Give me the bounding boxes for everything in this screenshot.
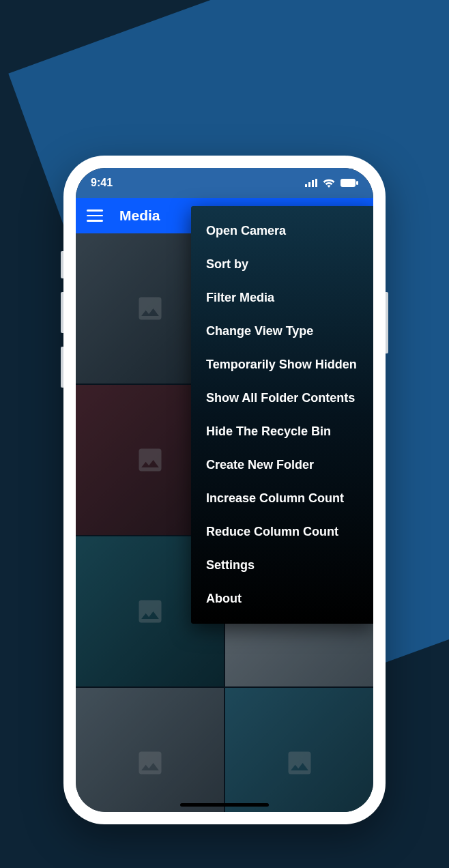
svg-rect-0 xyxy=(305,184,307,187)
home-indicator[interactable] xyxy=(180,803,269,807)
menu-create-folder[interactable]: Create New Folder xyxy=(191,448,373,482)
phone-screen: 9:41 Media xyxy=(76,168,373,812)
menu-open-camera[interactable]: Open Camera xyxy=(191,214,373,248)
svg-rect-5 xyxy=(356,181,358,185)
menu-filter-media[interactable]: Filter Media xyxy=(191,281,373,315)
menu-increase-cols[interactable]: Increase Column Count xyxy=(191,482,373,515)
phone-frame: 9:41 Media xyxy=(63,156,386,824)
wifi-icon xyxy=(323,179,335,188)
overflow-menu: Open Camera Sort by Filter Media Change … xyxy=(191,206,373,624)
app-title: Media xyxy=(119,207,160,224)
menu-hide-recycle[interactable]: Hide The Recycle Bin xyxy=(191,415,373,448)
svg-rect-3 xyxy=(315,179,317,187)
signal-icon xyxy=(305,179,317,187)
menu-reduce-cols[interactable]: Reduce Column Count xyxy=(191,515,373,549)
svg-rect-2 xyxy=(312,180,314,187)
menu-sort-by[interactable]: Sort by xyxy=(191,248,373,281)
status-time: 9:41 xyxy=(91,177,113,189)
battery-icon xyxy=(341,179,358,187)
svg-rect-4 xyxy=(341,179,356,187)
menu-change-view[interactable]: Change View Type xyxy=(191,315,373,348)
menu-settings[interactable]: Settings xyxy=(191,549,373,582)
status-bar: 9:41 xyxy=(76,168,373,198)
menu-show-hidden[interactable]: Temporarily Show Hidden xyxy=(191,348,373,381)
svg-rect-1 xyxy=(308,182,310,187)
menu-about[interactable]: About xyxy=(191,582,373,616)
menu-show-all-folder[interactable]: Show All Folder Contents xyxy=(191,381,373,415)
hamburger-icon[interactable] xyxy=(87,209,103,222)
